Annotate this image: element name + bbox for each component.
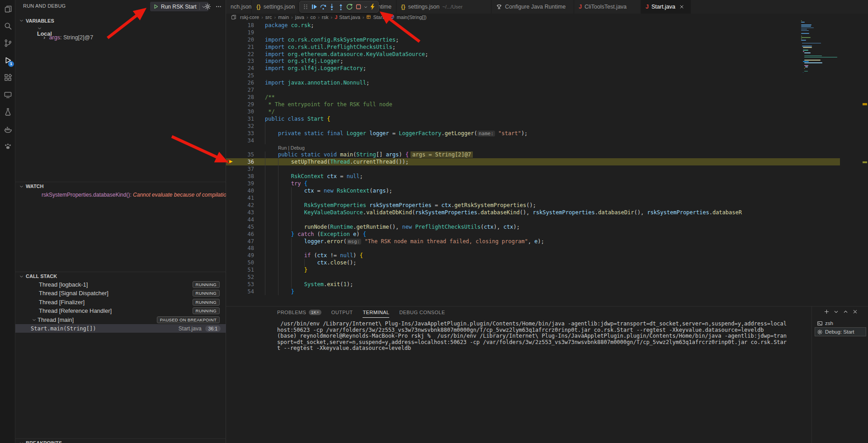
activity-paw-icon[interactable]	[0, 137, 15, 155]
gutter[interactable]	[226, 130, 236, 137]
code-line-52[interactable]: 52	[226, 273, 840, 281]
breadcrumb-item[interactable]: java	[295, 14, 304, 20]
breadcrumb-item[interactable]: rsk	[322, 14, 329, 20]
activity-extensions-icon[interactable]	[0, 69, 15, 86]
call-stack-thread[interactable]: Thread [Reference Handler]RUNNING	[15, 306, 226, 315]
gutter[interactable]	[226, 137, 236, 144]
activity-files-icon[interactable]	[0, 0, 15, 17]
call-stack-thread[interactable]: Thread [Finalizer]RUNNING	[15, 298, 226, 306]
watch-expression-row[interactable]: rskSystemProperties.databaseKind(): Cann…	[42, 192, 226, 198]
gutter[interactable]	[226, 288, 236, 295]
gear-icon[interactable]	[204, 3, 211, 10]
code-line-43[interactable]: 43 KeyValueDataSource.validateDbKind(rsk…	[226, 209, 840, 216]
stop-icon[interactable]	[354, 2, 363, 12]
breadcrumb-item[interactable]: src	[265, 14, 272, 20]
codelens-run-debug[interactable]: Run | Debug	[226, 144, 840, 151]
gutter[interactable]	[226, 51, 236, 58]
variables-section-header[interactable]: VARIABLES	[15, 16, 226, 25]
code-line-50[interactable]: 50 ctx.close();	[226, 259, 840, 266]
gutter[interactable]	[226, 173, 236, 180]
gutter[interactable]	[226, 223, 236, 231]
overview-ruler[interactable]	[840, 20, 868, 306]
gutter[interactable]	[226, 187, 236, 194]
gutter[interactable]	[226, 72, 236, 79]
panel-tab-output[interactable]: OUTPUT	[331, 306, 353, 318]
breadcrumb-item[interactable]: main	[278, 14, 289, 20]
code-line-29[interactable]: 29 * The entrypoint for the RSK full nod…	[226, 101, 840, 108]
gutter[interactable]	[226, 209, 236, 216]
code-line-49[interactable]: 49 if (ctx != null) {	[226, 252, 840, 259]
continue-icon[interactable]	[311, 2, 319, 12]
gutter[interactable]	[226, 65, 236, 72]
gutter[interactable]	[226, 216, 236, 223]
code-line-18[interactable]: 18package co.rsk;	[226, 22, 840, 29]
code-line-34[interactable]: 34	[226, 137, 840, 144]
code-line-19[interactable]: 19	[226, 29, 840, 36]
call-stack-thread[interactable]: Thread [Signal Dispatcher]RUNNING	[15, 289, 226, 297]
call-stack-frame-selected[interactable]: Start.main(String[])Start.java36:1	[15, 324, 226, 333]
code-line-48[interactable]: 48	[226, 245, 840, 252]
gutter[interactable]	[226, 115, 236, 123]
gutter[interactable]	[226, 22, 236, 29]
bolt-icon[interactable]	[369, 2, 377, 12]
terminal-list-item-debug-start[interactable]: Debug: Start	[815, 328, 866, 336]
more-icon[interactable]	[215, 3, 222, 10]
activity-test-beaker-icon[interactable]	[0, 103, 15, 120]
panel-tab-terminal[interactable]: TERMINAL	[363, 306, 389, 318]
code-line-30[interactable]: 30 */	[226, 108, 840, 115]
activity-source-control-icon[interactable]	[0, 34, 15, 52]
breadcrumb-item[interactable]: main(String[])	[390, 14, 426, 20]
code-line-31[interactable]: 31public class Start {	[226, 115, 840, 123]
breakpoint-paused-icon[interactable]	[226, 158, 236, 165]
call-stack-thread[interactable]: Thread [main]PAUSED ON BREAKPOINT	[15, 316, 226, 324]
code-line-47[interactable]: 47 logger.error(msg: "The RSK node main …	[226, 238, 840, 245]
gutter[interactable]	[226, 245, 236, 252]
breakpoints-section-header[interactable]: BREAKPOINTS	[15, 438, 226, 443]
panel-tab-debug-console[interactable]: DEBUG CONSOLE	[399, 306, 445, 318]
code-line-41[interactable]: 41	[226, 194, 840, 202]
code-line-28[interactable]: 28/**	[226, 94, 840, 101]
gutter[interactable]	[226, 281, 236, 288]
breadcrumb-item[interactable]: co	[311, 14, 316, 20]
grip-icon[interactable]	[302, 2, 310, 12]
code-line-39[interactable]: 39 try {	[226, 180, 840, 187]
gutter[interactable]	[226, 202, 236, 209]
code-editor[interactable]: 17 */18package co.rsk;1920import co.rsk.…	[226, 20, 840, 306]
step-over-icon[interactable]	[319, 2, 327, 12]
step-into-icon[interactable]	[328, 2, 336, 12]
gutter[interactable]	[226, 101, 236, 108]
activity-remote-explorer-icon[interactable]	[0, 86, 15, 103]
gutter[interactable]	[226, 36, 236, 43]
call-stack-thread[interactable]: Thread [logback-1]RUNNING	[15, 280, 226, 289]
code-line-33[interactable]: 33 private static final Logger logger = …	[226, 130, 840, 137]
gutter[interactable]	[226, 123, 236, 130]
code-line-51[interactable]: 51 }	[226, 266, 840, 273]
restart-icon[interactable]	[346, 2, 354, 12]
gutter[interactable]	[226, 79, 236, 86]
tab-clitoolstest-java[interactable]: JCliToolsTest.java	[574, 0, 641, 14]
gutter[interactable]	[226, 94, 236, 101]
code-line-40[interactable]: 40 ctx = new RskContext(args);	[226, 187, 840, 194]
code-line-25[interactable]: 25	[226, 72, 840, 79]
step-out-icon[interactable]	[337, 2, 345, 12]
minimap[interactable]	[801, 20, 837, 84]
gutter[interactable]	[226, 273, 236, 281]
terminal-output[interactable]: /usr/bin/env /Library/Internet\ Plug-Ins…	[277, 321, 806, 352]
gutter[interactable]	[226, 252, 236, 259]
gutter[interactable]	[226, 29, 236, 36]
gutter[interactable]	[226, 259, 236, 266]
breadcrumb-item[interactable]: rskj-core	[240, 14, 259, 20]
run-configuration-button[interactable]: Run RSK Start	[150, 2, 208, 11]
panel-tab-problems[interactable]: PROBLEMS1K+	[277, 306, 321, 318]
code-line-22[interactable]: 22import org.ethereum.datasource.KeyValu…	[226, 51, 840, 58]
tab-start-java[interactable]: JStart.java	[641, 0, 691, 14]
code-line-23[interactable]: 23import org.slf4j.Logger;	[226, 58, 840, 65]
code-line-46[interactable]: 46 } catch (Exception e) {	[226, 231, 840, 238]
gutter[interactable]	[226, 180, 236, 187]
code-line-35[interactable]: 35 public static void main(String[] args…	[226, 151, 840, 159]
code-line-53[interactable]: 53 System.exit(1);	[226, 281, 840, 288]
code-line-45[interactable]: 45 runNode(Runtime.getRuntime(), new Pre…	[226, 223, 840, 231]
gutter[interactable]	[226, 231, 236, 238]
variable-args-row[interactable]: › args: String[2]@7	[43, 34, 93, 41]
gutter[interactable]	[226, 108, 236, 115]
